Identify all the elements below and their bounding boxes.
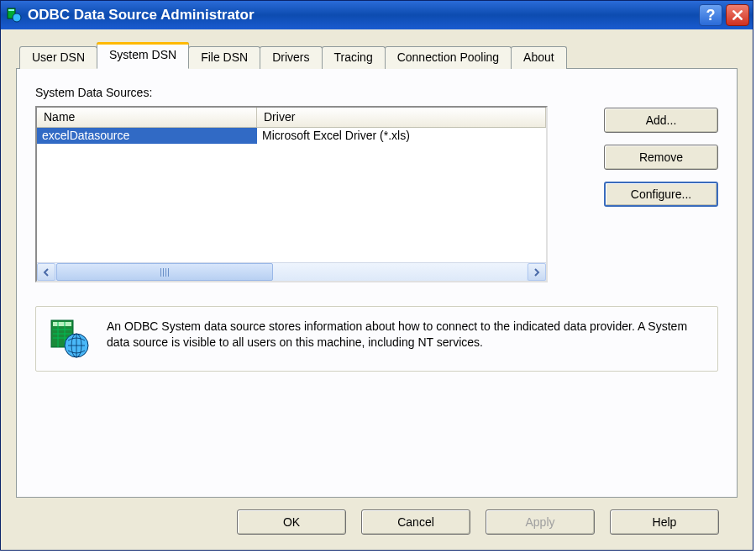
dialog-button-row: OK Cancel Apply Help [16, 498, 738, 538]
ok-button[interactable]: OK [237, 509, 346, 535]
client-area: User DSN System DSN File DSN Drivers Tra… [1, 29, 753, 550]
listview-body[interactable]: excelDatasource Microsoft Excel Driver (… [37, 128, 546, 262]
app-icon [6, 7, 23, 24]
tab-drivers[interactable]: Drivers [260, 46, 322, 69]
scroll-thumb[interactable] [56, 263, 273, 281]
odbc-admin-window: ODBC Data Source Administrator ? User DS… [0, 0, 753, 551]
side-button-column: Add... Remove Configure... [604, 108, 718, 282]
add-button[interactable]: Add... [604, 108, 718, 133]
column-header-name[interactable]: Name [37, 108, 257, 127]
scroll-track[interactable] [56, 263, 527, 281]
cancel-button[interactable]: Cancel [361, 509, 470, 535]
titlebar: ODBC Data Source Administrator ? [1, 1, 753, 29]
tab-system-dsn[interactable]: System DSN [97, 42, 189, 69]
remove-button[interactable]: Remove [604, 145, 718, 170]
list-item[interactable]: excelDatasource Microsoft Excel Driver (… [37, 128, 546, 144]
scroll-left-button[interactable] [37, 263, 55, 281]
section-label: System Data Sources: [35, 86, 718, 99]
cell-driver: Microsoft Excel Driver (*.xls) [257, 128, 546, 144]
configure-button[interactable]: Configure... [604, 182, 718, 207]
column-header-driver[interactable]: Driver [257, 108, 546, 127]
tabstrip: User DSN System DSN File DSN Drivers Tra… [16, 41, 738, 68]
tab-panel-system-dsn: System Data Sources: Name Driver excelDa… [16, 68, 738, 498]
info-frame: An ODBC System data source stores inform… [35, 306, 718, 372]
tab-connection-pooling[interactable]: Connection Pooling [385, 46, 512, 69]
tab-user-dsn[interactable]: User DSN [19, 46, 97, 69]
system-dsn-listview[interactable]: Name Driver excelDatasource Microsoft Ex… [35, 106, 548, 282]
window-title: ODBC Data Source Administrator [28, 7, 699, 24]
cell-name: excelDatasource [37, 128, 257, 144]
tab-tracing[interactable]: Tracing [322, 46, 386, 69]
help-button[interactable]: Help [610, 509, 719, 535]
svg-rect-4 [53, 322, 71, 326]
horizontal-scrollbar[interactable] [37, 262, 546, 281]
apply-button[interactable]: Apply [486, 509, 595, 535]
titlebar-buttons: ? [699, 4, 749, 26]
svg-point-1 [13, 13, 21, 22]
titlebar-close-button[interactable] [726, 4, 749, 26]
svg-rect-2 [8, 9, 14, 11]
listview-header: Name Driver [37, 108, 546, 128]
scroll-right-button[interactable] [528, 263, 546, 281]
tab-file-dsn[interactable]: File DSN [188, 46, 260, 69]
datasource-icon [50, 319, 90, 359]
info-text: An ODBC System data source stores inform… [107, 319, 704, 351]
tab-about[interactable]: About [511, 46, 567, 69]
titlebar-help-button[interactable]: ? [699, 4, 722, 26]
